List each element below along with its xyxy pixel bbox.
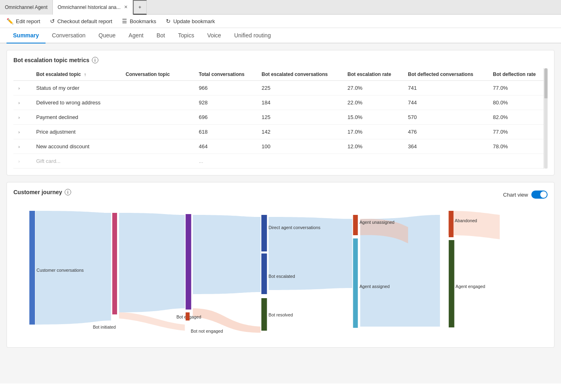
deflection-rate-cell: 78.0%	[488, 139, 548, 154]
expand-icon[interactable]: ›	[18, 130, 26, 134]
escalated-cell: 184	[257, 95, 342, 110]
sort-icon: ↑	[84, 72, 86, 77]
node-bot-resolved	[261, 298, 267, 331]
label-direct-agent: Direct agent conversations	[269, 225, 321, 230]
sankey-svg: Customer conversations Bot initiated Bot…	[13, 207, 548, 341]
bookmarks-button[interactable]: ☰ Bookmarks	[122, 18, 156, 24]
total-cell: 696	[194, 110, 257, 125]
label-abandoned: Abandoned	[455, 218, 477, 223]
expand-icon[interactable]: ›	[18, 86, 26, 91]
tab-agent[interactable]: Agent	[122, 28, 150, 43]
bot-deflection-rate-header[interactable]: Bot deflection rate	[488, 68, 548, 81]
tab-queue[interactable]: Queue	[92, 28, 122, 43]
table-row: › New accound discount 464 100 12.0% 364…	[13, 139, 548, 154]
bot-escalated-conversations-header[interactable]: Bot escalated conversations	[257, 68, 342, 81]
expand-col-header	[13, 68, 31, 81]
sankey-chart: Customer conversations Bot initiated Bot…	[13, 207, 548, 341]
tab-bot[interactable]: Bot	[150, 28, 172, 43]
expand-icon[interactable]: ›	[18, 100, 26, 105]
escalation-rate-cell-partial	[343, 154, 403, 169]
tab-topics-label: Topics	[178, 32, 194, 39]
chart-view-switch[interactable]	[531, 191, 548, 199]
table-row: › Delivered to wrong address 928 184 22.…	[13, 95, 548, 110]
tab-summary[interactable]: Summary	[7, 28, 46, 43]
escalated-cell: 142	[257, 125, 342, 139]
update-bookmark-label: Update bookmark	[173, 18, 215, 24]
refresh-icon: ↻	[166, 18, 171, 24]
tab-unified-routing-label: Unified routing	[234, 32, 271, 39]
tab-conversation-label: Conversation	[52, 32, 86, 39]
node-bot-initiated	[112, 213, 117, 314]
tab-conversation[interactable]: Conversation	[46, 28, 92, 43]
topic-cell: Status of my order	[31, 81, 121, 95]
add-tab-button[interactable]: +	[133, 0, 147, 15]
bot-escalation-section: Bot escalation topic metrics i Bot escal…	[7, 50, 554, 175]
chart-view-label: Chart view	[503, 192, 528, 198]
bot-escalation-info-icon[interactable]: i	[92, 57, 98, 63]
tab-omnichannel-agent[interactable]: Omnichannel Agent	[0, 0, 53, 15]
expand-cell[interactable]: ›	[13, 139, 31, 154]
tab-voice[interactable]: Voice	[201, 28, 228, 43]
customer-journey-info-icon[interactable]: i	[65, 189, 71, 195]
total-conversations-header[interactable]: Total conversations	[194, 68, 257, 81]
deflection-rate-cell: 77.0%	[488, 81, 548, 95]
conversation-topic-header[interactable]: Conversation topic	[121, 68, 194, 81]
expand-icon[interactable]: ›	[18, 115, 26, 120]
topic-cell: New accound discount	[31, 139, 121, 154]
escalation-rate-cell: 27.0%	[343, 81, 403, 95]
node-agent-engaged	[449, 240, 454, 327]
tab-summary-label: Summary	[13, 32, 39, 39]
deflection-rate-cell: 77.0%	[488, 125, 548, 139]
label-bot-initiated: Bot initiated	[93, 325, 115, 329]
checkout-default-report-button[interactable]: ↺ Checkout default report	[50, 18, 112, 24]
conv-topic-cell	[121, 95, 194, 110]
table-row: › Price adjustment 618 142 17.0% 476 77.…	[13, 125, 548, 139]
customer-journey-section: Customer journey i Chart view	[7, 182, 554, 348]
topic-cell: Price adjustment	[31, 125, 121, 139]
bot-escalation-rate-header[interactable]: Bot escalation rate	[343, 68, 403, 81]
topic-cell: Delivered to wrong address	[31, 95, 121, 110]
close-tab-icon[interactable]: ✕	[124, 4, 128, 10]
expand-cell[interactable]: ›	[13, 81, 31, 95]
nav-tabs: Summary Conversation Queue Agent Bot Top…	[0, 28, 561, 43]
chart-view-toggle[interactable]: Chart view	[503, 191, 548, 199]
bot-deflected-conversations-header[interactable]: Bot deflected conversations	[403, 68, 488, 81]
tab-topics[interactable]: Topics	[172, 28, 201, 43]
update-bookmark-button[interactable]: ↻ Update bookmark	[166, 18, 215, 24]
label-bot-resolved: Bot resolved	[269, 312, 293, 317]
tab-unified-routing[interactable]: Unified routing	[228, 28, 277, 43]
conv-topic-cell	[121, 125, 194, 139]
conv-topic-cell	[121, 139, 194, 154]
conv-topic-cell-partial	[121, 154, 194, 169]
expand-cell[interactable]: ›	[13, 154, 31, 169]
bot-escalation-title: Bot escalation topic metrics i	[13, 57, 548, 63]
deflection-rate-cell: 80.0%	[488, 95, 548, 110]
deflected-cell: 744	[403, 95, 488, 110]
total-cell: 966	[194, 81, 257, 95]
escalated-cell-partial	[257, 154, 342, 169]
edit-report-label: Edit report	[16, 18, 40, 24]
checkout-label: Checkout default report	[57, 18, 112, 24]
tab-agent-label: Agent	[128, 32, 144, 39]
expand-cell[interactable]: ›	[13, 110, 31, 125]
label-agent-unassigned: Agent unassigned	[359, 220, 394, 225]
bookmarks-label: Bookmarks	[130, 18, 156, 24]
bot-escalation-table-wrapper: Bot escalated topic ↑ Conversation topic…	[13, 68, 548, 169]
expand-cell[interactable]: ›	[13, 95, 31, 110]
checkout-icon: ↺	[50, 18, 55, 24]
label-agent-engaged: Agent engaged	[455, 284, 485, 289]
label-bot-escalated: Bot escalated	[269, 274, 295, 279]
browser-tab-bar: Omnichannel Agent Omnichannel historical…	[0, 0, 561, 15]
expand-icon[interactable]: ›	[18, 144, 26, 149]
deflection-rate-cell-partial	[488, 154, 548, 169]
label-agent-assigned: Agent assigned	[359, 284, 389, 289]
edit-icon: ✏️	[7, 18, 13, 24]
expand-icon[interactable]: ›	[18, 159, 26, 164]
edit-report-button[interactable]: ✏️ Edit report	[7, 18, 40, 24]
escalation-rate-cell: 22.0%	[343, 95, 403, 110]
deflected-cell-partial	[403, 154, 488, 169]
escalation-rate-cell: 12.0%	[343, 139, 403, 154]
expand-cell[interactable]: ›	[13, 125, 31, 139]
bot-escalated-topic-header[interactable]: Bot escalated topic ↑	[31, 68, 121, 81]
tab-omnichannel-historical[interactable]: Omnichannel historical ana... ✕	[53, 0, 133, 15]
